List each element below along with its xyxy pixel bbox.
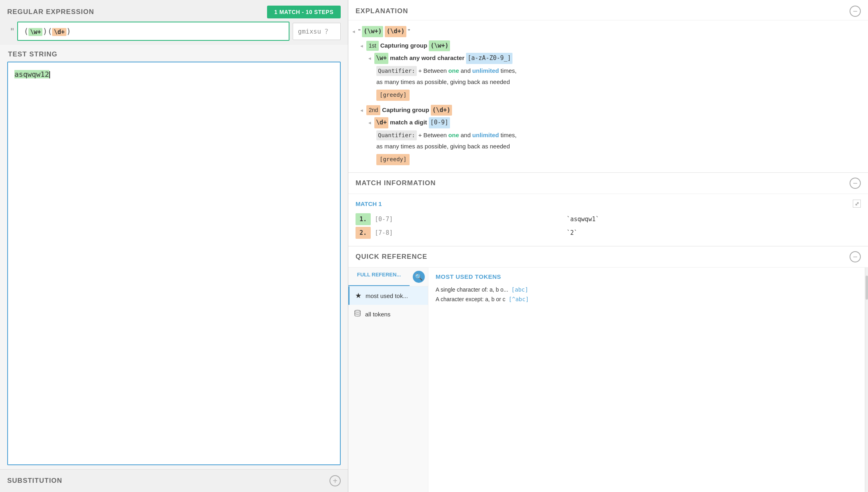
explanation-collapse-button[interactable]: − bbox=[850, 6, 861, 17]
sidebar-item-most-used-label: most used tok... bbox=[366, 292, 408, 299]
qr-item-1-link[interactable]: [abc] bbox=[511, 286, 528, 293]
quick-ref-main: MOST USED TOKENS A single character of: … bbox=[428, 268, 865, 492]
match-table: 1. [0-7] `asqwqw1` 2. [7-8] `2` bbox=[356, 212, 861, 240]
exp-token-d-group: (\d+) bbox=[385, 26, 406, 37]
quick-ref-item-1: A single character of: a, b o... [abc] bbox=[436, 285, 858, 294]
tab-full-reference-label: FULL REFEREN... bbox=[357, 272, 401, 278]
sidebar-item-all-tokens-label: all tokens bbox=[365, 311, 390, 318]
tab-search[interactable]: 🔍 bbox=[410, 268, 428, 286]
arrow-1: ◂ bbox=[360, 42, 363, 50]
quantifier-label-2: Quantifier: bbox=[376, 130, 417, 141]
match-val-2: `2` bbox=[563, 227, 861, 239]
explanation-title: EXPLANATION bbox=[356, 7, 408, 15]
paren-close-2: ) bbox=[66, 26, 71, 36]
regex-delimiter-open: " bbox=[7, 26, 17, 36]
explanation-header-row: EXPLANATION − bbox=[348, 0, 868, 20]
exp-row-quantifier-2: Quantifier: + Between one and unlimited … bbox=[352, 130, 861, 141]
exp-row-2nd-group: ◂ 2nd Capturing group (\d+) bbox=[352, 105, 861, 116]
greedy-label-2: [greedy] bbox=[376, 154, 410, 165]
paren-close-1: ) bbox=[42, 26, 47, 36]
ordinal-2nd: 2nd bbox=[366, 105, 380, 116]
exp-row-1st-group: ◂ 1st Capturing group (\w+) bbox=[352, 40, 861, 52]
match-num-2: 2. bbox=[356, 227, 371, 239]
token-w: \w+ bbox=[28, 28, 42, 36]
right-panel: EXPLANATION − ◂ " (\w+) (\d+) " ◂ 1st Ca… bbox=[348, 0, 868, 492]
match-row-2: 2. [7-8] `2` bbox=[356, 227, 861, 239]
match1-expand-icon[interactable]: ⤢ bbox=[853, 200, 861, 208]
substitution-title: SUBSTITUTION bbox=[7, 477, 62, 485]
cap-group-token-2: (\d+) bbox=[431, 105, 452, 116]
arrow-w: ◂ bbox=[368, 54, 371, 63]
quote-open: " bbox=[358, 26, 360, 36]
token-d-label: \d+ bbox=[374, 117, 388, 128]
test-content[interactable]: asqwqw12 bbox=[8, 62, 340, 86]
between-1: Between bbox=[423, 66, 446, 76]
svg-point-0 bbox=[355, 310, 360, 312]
regex-flags: gmixsu bbox=[298, 28, 321, 35]
w-description: match any word character bbox=[390, 53, 464, 63]
regex-input[interactable]: (\w+)(\d+) bbox=[17, 22, 289, 41]
between-2: Between bbox=[423, 130, 446, 140]
exp-row-quantifier-1b: as many times as possible, giving back a… bbox=[352, 77, 861, 87]
flags-help-icon[interactable]: ? bbox=[324, 27, 329, 36]
quick-ref-header-row: QUICK REFERENCE − bbox=[348, 246, 868, 268]
quantifier-label-1: Quantifier: bbox=[376, 66, 417, 76]
match-pos-2: [7-8] bbox=[371, 227, 563, 239]
regex-flags-box: gmixsu ? bbox=[293, 23, 341, 40]
quick-ref-title: QUICK REFERENCE bbox=[356, 253, 427, 261]
match-info-collapse-button[interactable]: − bbox=[850, 178, 861, 189]
token-w-label: \w+ bbox=[374, 53, 388, 64]
cap-group-label-1: Capturing group bbox=[380, 40, 427, 51]
quick-ref-sidebar: FULL REFEREN... 🔍 ★ most used tok... bbox=[348, 268, 428, 492]
quick-ref-main-title: MOST USED TOKENS bbox=[436, 273, 858, 280]
exp-regex-display: ◂ " (\w+) (\d+) " bbox=[352, 26, 861, 37]
sidebar-item-all-tokens[interactable]: all tokens bbox=[348, 305, 428, 323]
test-section-title: TEST STRING bbox=[0, 45, 348, 62]
match-info-section: MATCH INFORMATION − MATCH 1 ⤢ 1. [0-7] `… bbox=[348, 173, 868, 246]
unlimited-1: unlimited bbox=[472, 66, 499, 76]
explanation-content: ◂ " (\w+) (\d+) " ◂ 1st Capturing group … bbox=[348, 20, 868, 172]
quick-ref-content: FULL REFEREN... 🔍 ★ most used tok... bbox=[348, 268, 868, 492]
qr-item-2-text: A character except: a, b or c bbox=[436, 296, 505, 302]
quote-close: " bbox=[408, 26, 410, 36]
token-d: \d+ bbox=[52, 28, 66, 36]
greedy-label-1: [greedy] bbox=[376, 90, 410, 101]
exp-row-quantifier-2b: as many times as possible, giving back a… bbox=[352, 141, 861, 152]
qr-item-2-link[interactable]: [^abc] bbox=[508, 296, 529, 302]
cap-group-token-1: (\w+) bbox=[429, 40, 450, 52]
match1-label: MATCH 1 ⤢ bbox=[356, 200, 861, 208]
exp-token-w-group: (\w+) bbox=[362, 26, 383, 37]
test-textarea-wrapper[interactable]: asqwqw12 bbox=[7, 62, 341, 465]
arrow-d: ◂ bbox=[368, 118, 371, 127]
plus-2: + bbox=[418, 130, 422, 140]
search-icon: 🔍 bbox=[415, 273, 423, 281]
regex-section: REGULAR EXPRESSION 1 MATCH - 10 STEPS " … bbox=[0, 0, 348, 45]
match-row-1: 1. [0-7] `asqwqw1` bbox=[356, 213, 861, 225]
and-2: and bbox=[461, 130, 471, 140]
quick-ref-item-2: A character except: a, b or c [^abc] bbox=[436, 294, 858, 304]
exp-greedy-1: [greedy] bbox=[352, 89, 861, 101]
test-match: asqwqw12 bbox=[14, 70, 49, 78]
tab-full-reference[interactable]: FULL REFEREN... bbox=[348, 268, 410, 286]
sidebar-item-most-used[interactable]: ★ most used tok... bbox=[348, 286, 428, 305]
w-charset: [a-zA-Z0-9_] bbox=[466, 53, 512, 64]
db-icon bbox=[354, 310, 361, 318]
and-1: and bbox=[461, 66, 471, 76]
ordinal-1st: 1st bbox=[366, 41, 379, 51]
match1-title: MATCH 1 bbox=[356, 200, 382, 207]
quick-ref-collapse-button[interactable]: − bbox=[850, 251, 861, 262]
text-cursor bbox=[49, 71, 50, 78]
quick-ref-tabs: FULL REFEREN... 🔍 bbox=[348, 268, 428, 286]
paren-open-1: ( bbox=[24, 26, 28, 36]
substitution-expand-button[interactable]: + bbox=[330, 475, 341, 486]
search-circle-icon: 🔍 bbox=[413, 271, 425, 283]
match-info-title: MATCH INFORMATION bbox=[356, 179, 436, 187]
paren-open-2: ( bbox=[47, 26, 52, 36]
match-badge: 1 MATCH - 10 STEPS bbox=[267, 6, 341, 18]
exp-row-d: ◂ \d+ match a digit [0-9] bbox=[352, 117, 861, 128]
right-scrollbar[interactable] bbox=[865, 268, 868, 492]
regex-input-row: " (\w+)(\d+) gmixsu ? bbox=[0, 22, 348, 41]
times-2: times, bbox=[500, 130, 516, 140]
match-info-header-row: MATCH INFORMATION − bbox=[348, 173, 868, 194]
arrow-2: ◂ bbox=[360, 106, 363, 115]
